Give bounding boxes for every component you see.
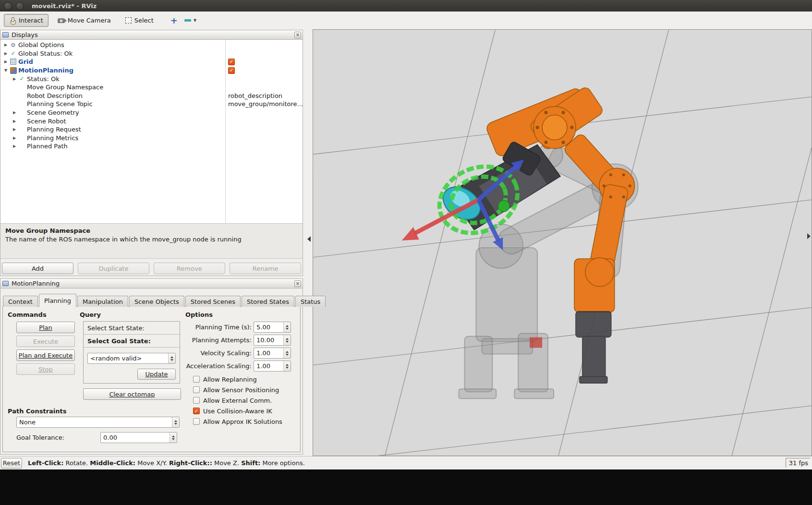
display-row-status-ok[interactable]: ▶✓Status: Ok [0,74,303,83]
expand-arrow-icon[interactable]: ▶ [2,51,9,56]
expand-arrow-icon[interactable]: ▶ [11,119,18,123]
display-row-move-group-namespace[interactable]: Move Group Namespace [0,83,303,92]
spinner-arrows[interactable] [170,433,177,443]
spinner-arrows[interactable] [283,361,291,371]
plan-and-execute-button[interactable]: Plan and Execute [16,349,75,361]
tab-manipulation[interactable]: Manipulation [77,296,128,307]
motion-panel-header[interactable]: MotionPlanning × [0,279,303,289]
display-row-planning-request[interactable]: ▶Planning Request [0,125,303,134]
checkbox-label: Allow Sensor Positioning [203,386,279,394]
display-row-global-status-ok[interactable]: ▶✓Global Status: Ok [0,49,303,58]
tab-context[interactable]: Context [3,296,38,307]
display-enabled-checkbox[interactable]: ✓ [228,59,235,65]
expand-arrow-icon[interactable]: ▶ [11,144,18,148]
goal-tolerance-row: Goal Tolerance: 0.00 [16,432,177,443]
expand-arrow-icon[interactable]: ▶ [2,60,9,64]
expand-arrow-icon[interactable]: ▶ [11,77,18,81]
tab-scene-objects[interactable]: Scene Objects [129,296,184,307]
status-bar: Reset Left-Click: Rotate. Middle-Click: … [0,456,812,469]
add-tool-icon[interactable]: + [170,16,178,25]
spinner-arrows[interactable] [172,417,179,427]
display-row-robot-description[interactable]: Robot Descriptionrobot_description [0,92,303,100]
spin-down-icon[interactable] [286,367,289,369]
display-row-grid[interactable]: ▶Grid✓ [0,58,303,66]
start-state-row[interactable]: Select Start State: [84,322,180,335]
display-row-planning-metrics[interactable]: ▶Planning Metrics [0,134,303,143]
clear-octomap-button[interactable]: Clear octomap [83,388,181,400]
expand-arrow-icon[interactable]: ▶ [11,127,18,132]
remove-tool-button[interactable]: ▼ [184,18,196,23]
update-button[interactable]: Update [137,369,176,380]
spin-down-icon[interactable] [286,328,289,330]
add-button[interactable]: Add [2,263,73,274]
close-icon[interactable]: × [294,32,301,38]
option-row: Planning Attempts:10.00 [172,335,291,346]
display-name: Planned Path [27,143,68,150]
collapse-arrow-icon[interactable]: ▼ [2,68,9,72]
path-constraints-select[interactable]: None [16,417,180,428]
splitter-collapse-left[interactable] [307,236,311,242]
marker-sphere[interactable] [498,200,509,212]
tool-interact[interactable]: Interact [4,14,48,27]
hand-icon [9,17,16,24]
allow-approx-ik-solutions-checkbox[interactable] [193,418,200,425]
use-collision-aware-ik-checkbox[interactable]: ✓ [193,408,200,414]
spin-up-icon[interactable] [172,435,175,437]
spin-up-icon[interactable] [286,325,289,327]
path-constraints-value: None [17,419,172,426]
tab-planning[interactable]: Planning [39,294,76,307]
display-value[interactable]: robot_description [228,92,282,99]
chevron-down-icon[interactable]: ▼ [194,18,196,23]
tool-select[interactable]: Select [120,14,159,27]
plan-button[interactable]: Plan [16,322,75,333]
display-name: Grid [18,58,33,65]
display-row-planned-path[interactable]: ▶Planned Path [0,142,303,151]
display-row-scene-geometry[interactable]: ▶Scene Geometry [0,108,303,117]
checkbox-label: Allow Replanning [203,376,257,383]
allow-sensor-positioning-checkbox[interactable] [193,386,200,393]
display-row-scene-robot[interactable]: ▶Scene Robot [0,117,303,125]
titlebar: moveit.rviz* - RViz [0,0,812,12]
spin-down-icon[interactable] [286,354,289,356]
window-close-button[interactable] [4,2,12,10]
displays-panel-header[interactable]: Displays × [0,30,303,40]
close-icon[interactable]: × [294,280,301,287]
allow-replanning-checkbox[interactable] [193,376,200,383]
spin-up-icon[interactable] [174,420,177,422]
path-constraints-heading: Path Constraints [8,408,66,415]
display-value[interactable]: move_group/monitore… [228,100,303,108]
display-row-motionplanning[interactable]: ▼MotionPlanning✓ [0,66,303,75]
spin-down-icon[interactable] [286,341,289,343]
expand-arrow-icon[interactable]: ▶ [11,110,18,115]
3d-viewport[interactable] [313,29,812,456]
window-restore-button[interactable] [16,2,24,10]
expand-arrow-icon[interactable]: ▶ [2,43,9,47]
tab-stored-scenes[interactable]: Stored Scenes [185,296,241,307]
splitter-collapse-right[interactable] [807,233,811,239]
velocity-scaling-input[interactable]: 1.00 [254,348,291,359]
expand-arrow-icon[interactable]: ▶ [11,136,18,140]
reset-button[interactable]: Reset [1,458,22,469]
spin-down-icon[interactable] [174,423,177,425]
acceleration-scaling-input[interactable]: 1.00 [254,361,291,372]
display-row-planning-scene-topic[interactable]: Planning Scene Topicmove_group/monitore… [0,100,303,108]
tab-stored-states[interactable]: Stored States [242,296,294,307]
tool-move-camera[interactable]: Move Camera [52,14,116,27]
goal-tolerance-input[interactable]: 0.00 [100,432,177,443]
tab-status[interactable]: Status [295,296,326,307]
spinner-arrows[interactable] [283,348,291,358]
spinner-arrows[interactable] [283,322,291,332]
spin-down-icon[interactable] [172,438,175,440]
spin-up-icon[interactable] [286,364,289,366]
spinner-arrows[interactable] [283,335,291,345]
3d-scene[interactable] [313,30,812,456]
planning-attempts-input[interactable]: 10.00 [254,335,291,346]
display-row-global-options[interactable]: ▶⚙Global Options [0,41,303,49]
display-name: Robot Description [27,92,83,99]
allow-external-comm-checkbox[interactable] [193,397,200,404]
goal-state-select[interactable]: <random valid> [87,353,176,364]
spin-up-icon[interactable] [286,338,289,340]
planning-time-s-input[interactable]: 5.00 [254,322,291,333]
spin-up-icon[interactable] [286,351,289,353]
display-enabled-checkbox[interactable]: ✓ [228,67,235,74]
